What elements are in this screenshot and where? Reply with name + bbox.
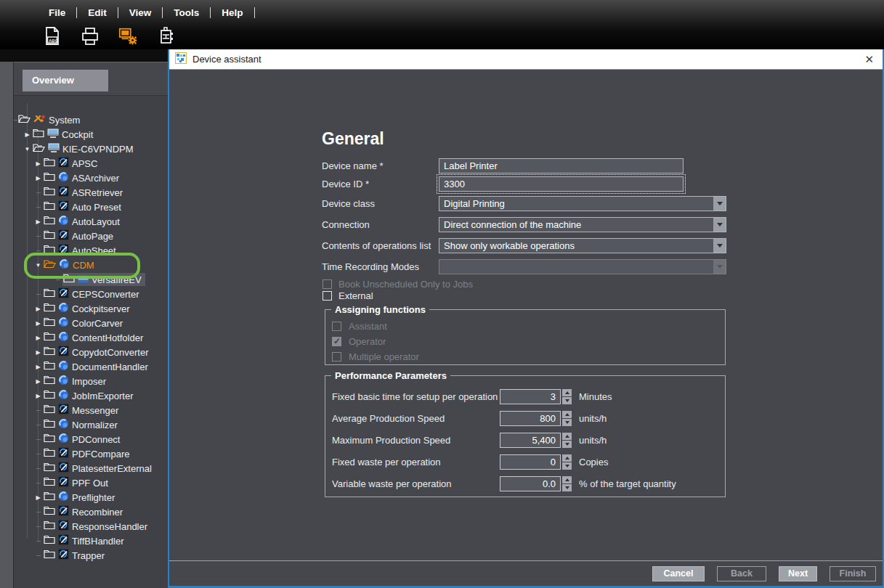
tree-item-autosheet[interactable]: AutoSheet [14,243,168,258]
variable-waste-per-operation-input[interactable]: 0.0 [500,476,561,491]
menu-edit[interactable]: Edit [77,6,118,20]
book-unscheduled-row: Book Unscheduled Only to Jobs [323,279,473,289]
spin-down-icon[interactable] [562,397,572,404]
tree-item-messenger[interactable]: Messenger [14,403,168,417]
tree-item-copydotconverter[interactable]: ▶CopydotConverter [14,345,168,359]
spin-up-icon[interactable] [562,476,572,483]
tree-item-pdconnect[interactable]: PDConnect [14,432,168,446]
tree-item-kie-c6vpndpm[interactable]: ▼KIE-C6VPNDPM [14,142,168,156]
expander-right-icon[interactable]: ▶ [33,391,43,401]
expander-right-icon[interactable]: ▶ [33,377,43,386]
tree-item-apsc[interactable]: ▶APSC [14,156,168,171]
menu-file[interactable]: File [38,6,76,20]
device-settings-icon[interactable] [118,26,138,46]
perf-label: Average Production Speed [332,413,500,424]
device-class-select[interactable]: Digital Printing [439,196,726,211]
expander-right-icon[interactable]: ▶ [23,130,32,139]
assistant-checkbox [332,322,341,331]
close-icon[interactable]: ✕ [864,54,874,65]
tree-item-jobimexporter[interactable]: ▶JobImExporter [14,388,168,403]
operations-list-row: Contents of operations list Show only wo… [322,237,726,253]
folder-icon [44,404,55,416]
fixed-waste-per-operation-input[interactable]: 0 [500,454,561,470]
maximum-production-speed-input[interactable]: 5,400 [500,433,561,448]
tree-item-ppf-out[interactable]: PPF Out [14,475,168,490]
printer-icon[interactable] [80,26,100,46]
device-id-input[interactable] [439,176,684,192]
menu-tools[interactable]: Tools [163,6,210,20]
tree-item-label: ASRetriever [72,187,123,198]
tree-item-platesetterexternal[interactable]: PlatesetterExternal [14,461,168,475]
expander-down-icon[interactable]: ▼ [33,261,43,270]
tree-item-auto-preset[interactable]: Auto Preset [14,200,168,214]
tree-item-body: Preflighter [43,490,118,505]
tree-item-contenthotfolder[interactable]: ▶ContentHotfolder [14,330,168,345]
tab-overview[interactable]: Overview [23,70,108,91]
tree-item-recombiner[interactable]: Recombiner [14,505,168,519]
spin-up-icon[interactable] [562,411,572,418]
spin-down-icon[interactable] [562,484,572,491]
device-name-input[interactable] [439,158,684,173]
tree-item-documenthandler[interactable]: ▶DocumentHandler [14,359,168,374]
book-unscheduled-checkbox [323,279,332,289]
spin-up-icon[interactable] [562,389,572,396]
spin-up-icon[interactable] [562,454,572,462]
expander-right-icon[interactable]: ▶ [33,348,43,357]
spin-down-icon[interactable] [562,441,572,448]
tree-item-tiffbhandler[interactable]: TiffBHandler [14,534,168,548]
tree-item-trapper[interactable]: Trapper [14,548,168,563]
perf-unit: units/h [579,435,607,446]
tree-item-label: CopydotConverter [72,347,149,358]
tree-item-responsehandler[interactable]: ResponseHandler [14,519,168,534]
tree-item-cockpit[interactable]: ▶Cockpit [14,127,168,142]
next-button[interactable]: Next [779,566,817,581]
tree-item-system[interactable]: System [14,113,168,127]
tree-item-pdfcompare[interactable]: PDFCompare [14,446,168,461]
connection-select[interactable]: Direct connection of the machine [439,217,726,232]
folder-icon [44,288,55,300]
spin-up-icon[interactable] [562,433,572,440]
toolbar: ABC [42,26,176,46]
tree-item-autolayout[interactable]: ▶AutoLayout [14,214,168,229]
spin-down-icon[interactable] [562,462,572,470]
globe-icon [58,171,69,184]
menu-view[interactable]: View [118,6,163,20]
tree-item-asretriever[interactable]: ASRetriever [14,185,168,200]
tree-item-body: ASRetriever [43,185,126,200]
expander-right-icon[interactable]: ▶ [33,217,43,226]
cancel-button[interactable]: Cancel [652,566,705,581]
tree-item-versafireev[interactable]: VersafireEV [14,272,168,287]
machine-icon[interactable] [155,26,176,46]
tree-item-preflighter[interactable]: ▶Preflighter [14,490,168,505]
tree-item-colorcarver[interactable]: ▶ColorCarver [14,316,168,330]
average-production-speed-input[interactable]: 800 [500,411,561,426]
tree-item-cepsconverter[interactable]: CEPSConverter [14,287,168,301]
external-checkbox[interactable] [323,291,332,301]
expander-right-icon[interactable]: ▶ [33,362,43,372]
menu-help[interactable]: Help [211,6,254,20]
tree-item-cockpitserver[interactable]: ▶Cockpitserver [14,301,168,316]
tree-item-imposer[interactable]: ▶Imposer [14,374,168,388]
spin-down-icon[interactable] [562,419,572,426]
expander-right-icon[interactable]: ▶ [33,333,43,343]
expander-right-icon[interactable]: ▶ [33,493,43,502]
expander-right-icon[interactable]: ▶ [33,173,43,183]
expander-right-icon[interactable]: ▶ [33,319,43,328]
expander-down-icon[interactable]: ▼ [23,144,32,154]
application-window: FileEditViewToolsHelp ABC Overview Syste… [0,0,884,588]
tree-item-body: Messenger [43,403,122,417]
tree-item-cdm[interactable]: ▼CDM [14,258,168,272]
chevron-down-icon[interactable] [713,218,726,232]
operations-list-select[interactable]: Show only workable operations [439,238,726,253]
preflight-document-icon[interactable]: ABC [42,26,62,46]
tree-item-label: Auto Preset [72,202,121,213]
fixed-basic-time-for-setup-per-operation-input[interactable]: 3 [500,389,561,404]
tree-item-label: ContentHotfolder [72,332,143,343]
tree-item-autopage[interactable]: AutoPage [14,229,168,243]
tree-item-normalizer[interactable]: Normalizer [14,417,168,432]
expander-right-icon[interactable]: ▶ [33,304,43,314]
tree-item-asarchiver[interactable]: ▶ASArchiver [14,171,168,185]
chevron-down-icon[interactable] [713,239,726,253]
expander-right-icon[interactable]: ▶ [33,159,43,168]
chevron-down-icon[interactable] [713,197,726,211]
